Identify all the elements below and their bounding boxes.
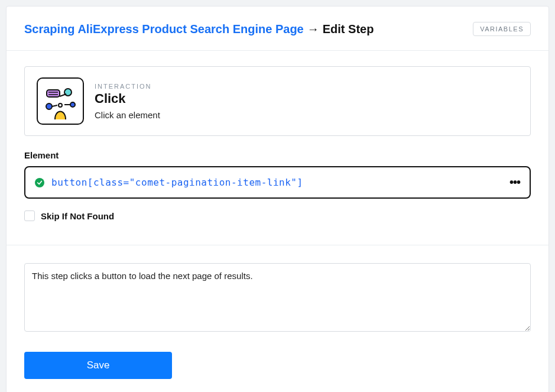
- svg-point-9: [59, 103, 62, 107]
- breadcrumb-current: Edit Step: [323, 22, 374, 36]
- svg-point-4: [46, 103, 52, 109]
- element-selector-input[interactable]: button[class="comet-pagination-item-link…: [24, 166, 531, 199]
- section-body: INTERACTION Click Click an element Eleme…: [7, 51, 548, 227]
- breadcrumb-link[interactable]: Scraping AliExpress Product Search Engin…: [24, 22, 304, 36]
- svg-line-7: [52, 105, 57, 106]
- svg-rect-0: [47, 90, 60, 97]
- interaction-category: INTERACTION: [95, 83, 160, 90]
- interaction-card: INTERACTION Click Click an element: [24, 66, 531, 136]
- element-label: Element: [24, 150, 531, 160]
- selector-attr: [class="comet-pagination-item-link"]: [87, 177, 303, 188]
- interaction-text: INTERACTION Click Click an element: [95, 83, 160, 120]
- save-button[interactable]: Save: [24, 352, 172, 379]
- footer-body: Save: [7, 245, 548, 392]
- svg-point-5: [70, 102, 75, 107]
- edit-step-card: Scraping AliExpress Product Search Engin…: [6, 6, 549, 392]
- selector-code: button[class="comet-pagination-item-link…: [51, 177, 303, 188]
- skip-if-not-found-row: Skip If Not Found: [24, 210, 531, 221]
- interaction-subtitle: Click an element: [95, 110, 160, 120]
- header-bar: Scraping AliExpress Product Search Engin…: [7, 7, 548, 51]
- more-icon[interactable]: •••: [509, 176, 520, 189]
- selector-tag: button: [51, 177, 87, 188]
- breadcrumb: Scraping AliExpress Product Search Engin…: [24, 22, 374, 36]
- interaction-title: Click: [95, 91, 160, 106]
- click-icon: [37, 77, 84, 125]
- description-textarea[interactable]: [24, 263, 531, 332]
- arrow-right-icon: →: [307, 22, 319, 36]
- variables-button[interactable]: VARIABLES: [473, 22, 531, 36]
- check-circle-icon: [35, 178, 44, 187]
- skip-if-not-found-label: Skip If Not Found: [41, 211, 114, 221]
- skip-if-not-found-checkbox[interactable]: [24, 210, 35, 221]
